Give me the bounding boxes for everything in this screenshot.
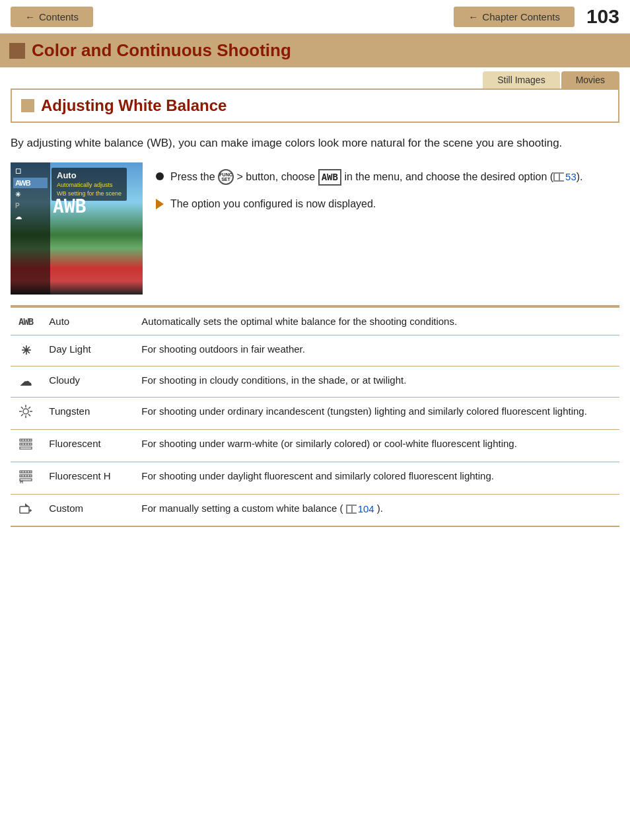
wb-menu-item-awb: ☐	[13, 166, 48, 176]
cell-name-custom: Custom	[41, 494, 133, 526]
book-icon	[553, 172, 564, 182]
cell-icon-tungsten	[11, 398, 41, 430]
table-row-fluorescent-h: H Fluorescent H For shooting under dayli…	[11, 462, 619, 494]
table-row-fluorescent: Fluorescent For shooting under warm-whit…	[11, 430, 619, 462]
section-icon	[21, 99, 34, 112]
tungsten-icon	[18, 404, 33, 419]
bullets-area: Press the FUNCSET > button, choose AWB i…	[156, 162, 619, 223]
page-number: 103	[586, 5, 619, 28]
section-heading-bar: Adjusting White Balance	[11, 88, 619, 123]
tab-area: Still Images Movies	[0, 71, 630, 88]
book-ref-53: 53	[553, 170, 577, 185]
wb-auto-label: Auto	[57, 170, 122, 180]
cell-icon-fluorescent	[11, 430, 41, 462]
cell-icon-cloudy: ☁	[11, 367, 41, 398]
chapter-contents-arrow-icon: ←	[468, 11, 478, 22]
wb-desc-line1: Automatically adjusts	[57, 182, 122, 190]
svg-marker-33	[25, 503, 29, 507]
camera-screen-image: ☐ AWB ✳ P ☁ Auto Automatically adjusts W…	[11, 162, 143, 295]
chapter-contents-label: Chapter Contents	[482, 11, 560, 22]
tab-movies[interactable]: Movies	[561, 71, 619, 88]
bullet-circle-icon	[156, 172, 164, 180]
table-row-daylight: ✳︎ Day Light For shooting outdoors in fa…	[11, 335, 619, 367]
cell-name-tungsten: Tungsten	[41, 398, 133, 430]
cell-name-auto: Auto	[41, 307, 133, 335]
cell-icon-custom	[11, 494, 41, 526]
cell-desc-fluorescent-h: For shooting under daylight fluorescent …	[133, 462, 619, 494]
contents-button[interactable]: ← Contents	[11, 7, 93, 27]
contents-arrow-icon: ←	[25, 11, 35, 22]
bullet-text-2: The option you configured is now display…	[170, 196, 376, 212]
custom-wb-icon	[18, 501, 33, 516]
cell-desc-tungsten: For shooting under ordinary incandescent…	[133, 398, 619, 430]
cell-name-cloudy: Cloudy	[41, 367, 133, 398]
content-area: ☐ AWB ✳ P ☁ Auto Automatically adjusts W…	[11, 162, 619, 306]
intro-text: By adjusting white balance (WB), you can…	[11, 135, 619, 152]
wb-menu-item-cloud: ☁	[13, 212, 48, 222]
cell-icon-daylight: ✳︎	[11, 335, 41, 367]
func-set-button-icon: FUNCSET	[218, 169, 234, 185]
cell-desc-cloudy: For shooting in cloudy conditions, in th…	[133, 367, 619, 398]
wb-menu-item-awb2: ✳	[13, 190, 48, 199]
wb-menu-item-p: P	[13, 201, 48, 211]
bullet-item-1: Press the FUNCSET > button, choose AWB i…	[156, 169, 619, 186]
svg-rect-11	[20, 447, 32, 449]
ref-link-104[interactable]: 104	[358, 502, 374, 516]
custom-desc-end: ).	[377, 503, 383, 514]
awb-icon: AWB	[18, 316, 33, 327]
sun-icon: ✳︎	[21, 344, 31, 357]
table-row-auto: AWB Auto Automatically sets the optimal …	[11, 307, 619, 335]
bullet-triangle-icon	[156, 199, 164, 209]
wb-table: AWB Auto Automatically sets the optimal …	[11, 306, 619, 528]
footer-space	[0, 527, 630, 580]
table-row-cloudy: ☁ Cloudy For shooting in cloudy conditio…	[11, 367, 619, 398]
svg-line-8	[21, 414, 23, 416]
svg-text:H: H	[20, 479, 23, 483]
tab-still-images[interactable]: Still Images	[483, 71, 559, 88]
wb-menu: ☐ AWB ✳ P ☁	[11, 162, 50, 295]
svg-line-5	[21, 407, 23, 409]
svg-point-0	[23, 409, 28, 414]
cell-icon-fluorescent-h: H	[11, 462, 41, 494]
chapter-title: Color and Continuous Shooting	[32, 40, 291, 61]
cell-desc-daylight: For shooting outdoors in fair weather.	[133, 335, 619, 367]
ref-link-53[interactable]: 53	[565, 170, 577, 185]
cell-name-daylight: Day Light	[41, 335, 133, 367]
top-navigation: ← Contents ← Chapter Contents 103	[0, 0, 630, 34]
section-title: Adjusting White Balance	[41, 96, 227, 115]
chapter-title-bar: Color and Continuous Shooting	[0, 34, 630, 67]
awb-tag: AWB	[318, 169, 341, 186]
cell-desc-fluorescent: For shooting under warm-white (or simila…	[133, 430, 619, 462]
wb-menu-item-auto: AWB	[13, 178, 48, 188]
cloud-icon: ☁	[20, 375, 32, 388]
book-ref-104: 104	[346, 502, 374, 516]
fluorescent-h-icon: H	[18, 469, 33, 483]
svg-line-7	[28, 407, 30, 409]
book-icon-custom	[346, 505, 357, 514]
fluorescent-icon	[18, 437, 33, 451]
awb-big-label: AWB	[53, 195, 87, 217]
table-row-tungsten: Tungsten For shooting under ordinary inc…	[11, 398, 619, 430]
contents-label: Contents	[39, 11, 79, 22]
cell-name-fluorescent-h: Fluorescent H	[41, 462, 133, 494]
svg-rect-32	[20, 507, 29, 513]
custom-desc-text: For manually setting a custom white bala…	[141, 503, 343, 514]
cell-icon-auto: AWB	[11, 307, 41, 335]
cell-desc-auto: Automatically sets the optimal white bal…	[133, 307, 619, 335]
chapter-icon	[9, 43, 25, 59]
bullet-item-2: The option you configured is now display…	[156, 196, 619, 212]
bullet-text-1: Press the FUNCSET > button, choose AWB i…	[170, 169, 583, 186]
cell-name-fluorescent: Fluorescent	[41, 430, 133, 462]
table-row-custom: Custom For manually setting a custom whi…	[11, 494, 619, 526]
cell-desc-custom: For manually setting a custom white bala…	[133, 494, 619, 526]
svg-line-6	[28, 414, 30, 416]
chapter-contents-button[interactable]: ← Chapter Contents	[454, 7, 575, 27]
